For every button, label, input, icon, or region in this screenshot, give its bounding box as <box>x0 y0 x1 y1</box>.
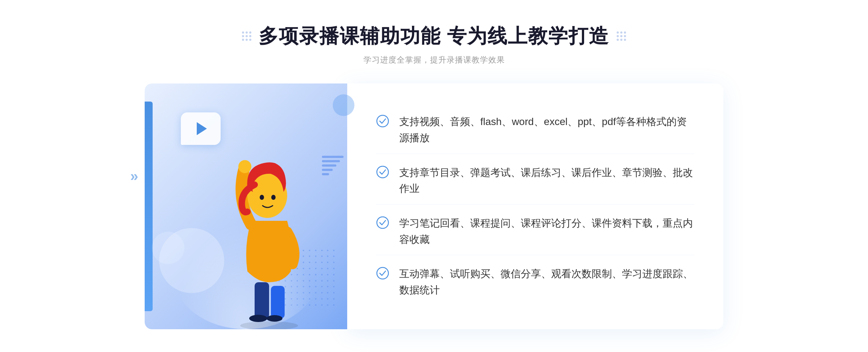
title-row: 多项录播课辅助功能 专为线上教学打造 <box>0 23 868 50</box>
svg-point-7 <box>260 195 264 200</box>
svg-point-9 <box>377 115 388 127</box>
subtitle: 学习进度全掌握，提升录播课教学效果 <box>0 55 868 65</box>
content-section: » 支持视频、音频、flash、word、excel、ppt、pdf等各种格式的… <box>145 83 723 329</box>
features-panel: 支持视频、音频、flash、word、excel、ppt、pdf等各种格式的资源… <box>347 83 723 329</box>
dot-grid-right <box>617 31 626 41</box>
svg-point-8 <box>271 195 276 200</box>
feature-item-4: 互动弹幕、试听购买、微信分享、观看次数限制、学习进度跟踪、数据统计 <box>376 259 694 306</box>
check-icon-2 <box>376 166 389 179</box>
check-icon-1 <box>376 115 389 128</box>
svg-point-2 <box>249 315 267 322</box>
dots-left-decoration <box>242 31 251 41</box>
left-accent-bar <box>145 102 153 311</box>
page-container: 多项录播课辅助功能 专为线上教学打造 学习进度全掌握，提升录播课教学效果 <box>0 9 868 344</box>
feature-item-1: 支持视频、音频、flash、word、excel、ppt、pdf等各种格式的资源… <box>376 107 694 154</box>
check-icon-3 <box>376 216 389 229</box>
check-icon-4 <box>376 267 389 280</box>
main-title: 多项录播课辅助功能 专为线上教学打造 <box>259 23 609 50</box>
feature-text-3: 学习笔记回看、课程提问、课程评论打分、课件资料下载，重点内容收藏 <box>399 215 694 248</box>
feature-text-4: 互动弹幕、试听购买、微信分享、观看次数限制、学习进度跟踪、数据统计 <box>399 266 694 299</box>
svg-point-0 <box>240 321 298 329</box>
svg-point-4 <box>267 315 282 322</box>
svg-point-11 <box>377 217 388 228</box>
feature-text-2: 支持章节目录、弹题考试、课后练习、课后作业、章节测验、批改作业 <box>399 165 694 197</box>
play-triangle-icon <box>197 122 207 135</box>
svg-rect-1 <box>255 282 269 318</box>
deco-circle-blue <box>333 94 354 116</box>
svg-point-12 <box>377 267 388 279</box>
dots-right-decoration <box>617 31 626 41</box>
svg-rect-3 <box>271 286 285 318</box>
svg-point-5 <box>238 160 251 173</box>
chevron-left-icon: » <box>130 168 138 184</box>
feature-item-3: 学习笔记回看、课程提问、课程评论打分、课件资料下载，重点内容收藏 <box>376 208 694 256</box>
feature-item-2: 支持章节目录、弹题考试、课后练习、课后作业、章节测验、批改作业 <box>376 158 694 205</box>
svg-point-10 <box>377 166 388 178</box>
illustration-panel <box>145 83 347 329</box>
header-section: 多项录播课辅助功能 专为线上教学打造 学习进度全掌握，提升录播课教学效果 <box>0 23 868 65</box>
feature-text-1: 支持视频、音频、flash、word、excel、ppt、pdf等各种格式的资源… <box>399 114 694 146</box>
person-illustration <box>211 120 327 329</box>
dot-grid-left <box>242 31 251 41</box>
